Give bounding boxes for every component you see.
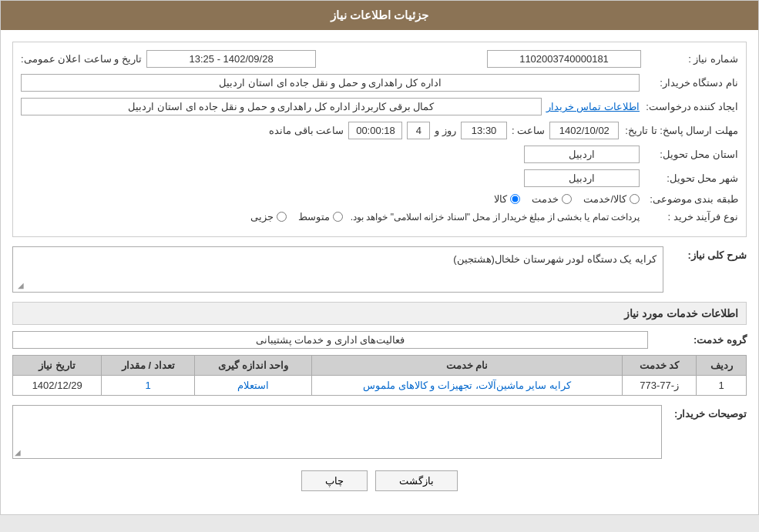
resize-icon-2: ◢ (15, 448, 21, 457)
col-date: تاریخ نیاز (13, 356, 102, 376)
radio-kala-label: کالا (494, 193, 507, 205)
cell-name: کرایه سایر ماشین‌آلات، تجهیزات و کالاهای… (312, 376, 623, 396)
tarighe-radio-group: کالا/خدمت خدمت کالا (494, 193, 640, 205)
cell-code: ز-77-773 (622, 376, 696, 396)
sharh-value: کرایه یک دستگاه لودر شهرستان خلخال(هشتجی… (453, 253, 657, 265)
radio-jozee[interactable]: جزیی (250, 211, 287, 223)
table-row: 1ز-77-773کرایه سایر ماشین‌آلات، تجهیزات … (13, 376, 747, 396)
ijad-value: کمال برقی کاربرداز اداره کل راهداری و حم… (21, 98, 542, 115)
radio-motavasset-label: متوسط (298, 211, 330, 223)
noee-radio-group: متوسط جزیی (250, 211, 343, 223)
cell-count: 1 (102, 376, 195, 396)
grouh-value: فعالیت‌های اداری و خدمات پشتیبانی (12, 331, 648, 349)
ijad-link[interactable]: اطلاعات تماس خریدار (546, 101, 640, 112)
sharh-box: کرایه یک دستگاه لودر شهرستان خلخال(هشتجی… (12, 246, 663, 293)
shomara-niaz-value: 1102003740000181 (487, 50, 641, 68)
mohlat-label: مهلت ارسال پاسخ: تا تاریخ: (625, 125, 738, 136)
print-button[interactable]: چاپ (301, 470, 368, 491)
days-label: روز و (435, 125, 456, 136)
buttons-row: بازگشت چاپ (12, 470, 747, 503)
service-table: ردیف کد خدمت نام خدمت واحد اندازه گیری ت… (12, 355, 747, 396)
tarikh-elan-value: 1402/09/28 - 13:25 (146, 50, 316, 68)
back-button[interactable]: بازگشت (375, 470, 458, 491)
date-value: 1402/10/02 (549, 122, 619, 139)
radio-khedmat-input[interactable] (562, 194, 572, 204)
sharh-label: شرح کلی نیاز: (670, 246, 747, 261)
time-remaining-label: ساعت باقی مانده (269, 125, 344, 136)
radio-kala[interactable]: کالا (494, 193, 520, 205)
radio-jozee-label: جزیی (250, 211, 274, 223)
col-code: کد خدمت (622, 356, 696, 376)
noee-note: پرداخت تمام یا بخشی از مبلغ خریدار از مح… (351, 212, 640, 223)
radio-motavasset-input[interactable] (333, 212, 343, 222)
shomara-niaz-label: شماره نیاز : (646, 53, 738, 65)
cell-date: 1402/12/29 (13, 376, 102, 396)
noee-label: نوع فرآیند خرید : (646, 211, 738, 223)
cell-unit: استعلام (195, 376, 312, 396)
cell-radif: 1 (697, 376, 747, 396)
ostan-value: اردبیل (524, 146, 640, 163)
ostan-label: استان محل تحویل: (646, 149, 738, 160)
col-unit: واحد اندازه گیری (195, 356, 312, 376)
time-remaining-value: 00:00:18 (348, 122, 402, 139)
days-value: 4 (407, 122, 430, 139)
radio-kala-input[interactable] (510, 194, 520, 204)
col-radif: ردیف (697, 356, 747, 376)
col-name: نام خدمت (312, 356, 623, 376)
page-title: جزئیات اطلاعات نیاز (1, 1, 758, 30)
radio-jozee-input[interactable] (277, 212, 287, 222)
tosaif-box: ◢ (12, 405, 662, 459)
shahr-label: شهر محل تحویل: (646, 172, 738, 184)
col-count: تعداد / مقدار (102, 356, 195, 376)
radio-kala-khedmat-label: کالا/خدمت (583, 193, 626, 205)
ijad-label: ایجاد کننده درخواست: (646, 101, 738, 112)
radio-motavasset[interactable]: متوسط (298, 211, 343, 223)
time-label: ساعت : (512, 125, 545, 136)
radio-khedmat-label: خدمت (532, 193, 559, 205)
tosaif-label: توصیحات خریدار: (670, 405, 747, 420)
radio-khedmat[interactable]: خدمت (532, 193, 572, 205)
shahr-value: اردبیل (524, 169, 640, 187)
services-title: اطلاعات خدمات مورد نیاز (12, 302, 747, 325)
resize-icon: ◢ (15, 281, 24, 290)
time-value: 13:30 (461, 122, 507, 139)
radio-kala-khedmat-input[interactable] (630, 194, 640, 204)
nam-dastgah-value: اداره کل راهداری و حمل و نقل جاده ای است… (21, 74, 640, 92)
tarighe-label: طبقه بندی موضوعی: (646, 193, 738, 205)
grouh-label: گروه خدمت: (654, 334, 747, 346)
nam-dastgah-label: نام دستگاه خریدار: (646, 77, 738, 89)
tarikh-elan-label: تاریخ و ساعت اعلان عمومی: (21, 53, 142, 65)
radio-kala-khedmat[interactable]: کالا/خدمت (583, 193, 640, 205)
